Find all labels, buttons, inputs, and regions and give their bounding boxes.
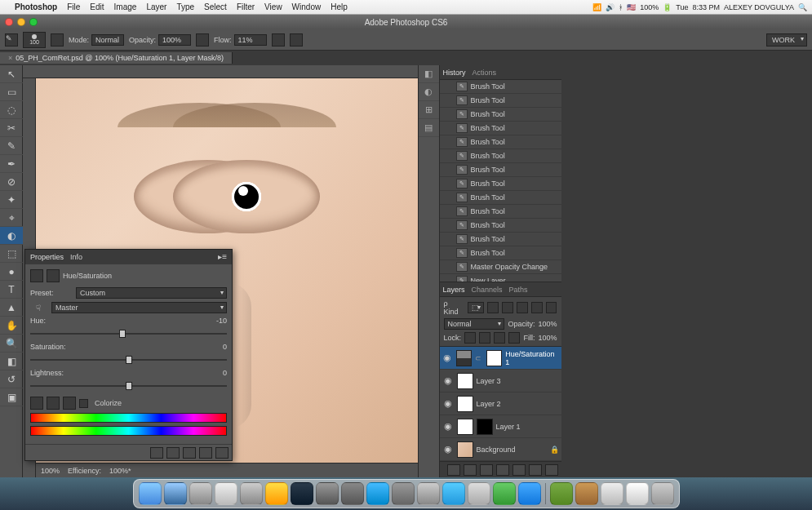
- history-checkbox-icon[interactable]: [443, 276, 453, 282]
- filter-shape-icon[interactable]: [531, 302, 543, 313]
- eyedropper-icon[interactable]: [30, 397, 43, 410]
- history-checkbox-icon[interactable]: [443, 82, 453, 91]
- layers-list[interactable]: ◉⊂Hue/Saturation 1◉Layer 3◉Layer 2◉Layer…: [440, 347, 561, 461]
- new-layer-icon[interactable]: [529, 464, 542, 476]
- lock-all-icon[interactable]: [508, 332, 520, 344]
- dock-photoshop[interactable]: [291, 482, 313, 505]
- window-zoom-button[interactable]: [29, 18, 38, 26]
- layer-fx-icon[interactable]: [464, 464, 477, 476]
- dock-app[interactable]: [601, 482, 623, 505]
- workspace-switcher[interactable]: WORK: [766, 33, 807, 47]
- filter-pixel-icon[interactable]: [487, 302, 499, 313]
- view-previous-state-icon[interactable]: [166, 447, 180, 459]
- layer-thumbnail[interactable]: [457, 419, 473, 435]
- brush-tool-icon[interactable]: ✎: [5, 33, 18, 47]
- preset-dropdown[interactable]: Custom: [76, 287, 227, 299]
- menu-file[interactable]: File: [62, 2, 85, 11]
- history-checkbox-icon[interactable]: [443, 179, 453, 188]
- history-checkbox-icon[interactable]: [443, 137, 453, 147]
- menubar-flag-icon[interactable]: 🇺🇸: [627, 3, 636, 11]
- menu-edit[interactable]: Edit: [85, 2, 109, 11]
- history-item[interactable]: ✎Brush Tool: [440, 233, 561, 246]
- dock-app[interactable]: [518, 482, 541, 505]
- tablet-pressure-size-icon[interactable]: [290, 33, 303, 47]
- new-group-icon[interactable]: [512, 464, 526, 476]
- lightness-slider[interactable]: [30, 382, 227, 390]
- tool-button[interactable]: ◐: [0, 227, 23, 245]
- history-item[interactable]: ✎Brush Tool: [440, 191, 561, 205]
- history-item[interactable]: ✎Brush Tool: [440, 94, 561, 108]
- window-close-button[interactable]: [5, 18, 13, 26]
- fill-value[interactable]: 100%: [538, 334, 557, 342]
- link-layers-icon[interactable]: [447, 464, 460, 476]
- layer-mask-thumbnail[interactable]: [486, 350, 502, 366]
- layer-thumbnail[interactable]: [457, 396, 473, 412]
- tool-button[interactable]: ▲: [0, 299, 23, 317]
- clip-to-layer-icon[interactable]: [150, 447, 163, 459]
- dock-evernote[interactable]: [493, 482, 516, 505]
- filter-adj-icon[interactable]: [502, 302, 513, 313]
- blend-mode-dropdown[interactable]: Normal: [444, 318, 505, 330]
- tab-layers[interactable]: Layers: [443, 286, 465, 294]
- dock-itunes[interactable]: [366, 482, 389, 505]
- history-checkbox-icon[interactable]: [443, 206, 453, 216]
- dock-app[interactable]: [468, 482, 490, 505]
- colorize-checkbox[interactable]: [79, 399, 88, 408]
- brush-panel-toggle-icon[interactable]: [51, 33, 64, 47]
- layer-row[interactable]: ◉Background🔒: [440, 438, 561, 461]
- saturation-slider[interactable]: [30, 356, 227, 364]
- layer-thumbnail[interactable]: [477, 419, 493, 435]
- layer-thumbnail[interactable]: [457, 441, 473, 458]
- menubar-battery[interactable]: 100%: [640, 3, 659, 11]
- menu-view[interactable]: View: [260, 2, 287, 11]
- panel-icon[interactable]: ◐: [419, 83, 439, 101]
- target-adjust-icon[interactable]: ☟: [30, 304, 47, 313]
- tool-button[interactable]: T: [0, 281, 23, 299]
- reset-icon[interactable]: [183, 447, 196, 459]
- history-item[interactable]: ✎Brush Tool: [440, 177, 561, 191]
- dock-word[interactable]: [442, 482, 465, 505]
- layer-name[interactable]: Layer 3: [477, 377, 501, 385]
- hue-value[interactable]: -10: [216, 317, 227, 325]
- properties-panel[interactable]: Properties Info ▸≡ Hue/Saturation Preset…: [24, 249, 233, 461]
- tool-button[interactable]: ↺: [0, 370, 23, 388]
- history-item[interactable]: ✎Brush Tool: [440, 149, 561, 163]
- layer-name[interactable]: Layer 1: [496, 423, 521, 431]
- menu-type[interactable]: Type: [171, 2, 199, 11]
- history-checkbox-icon[interactable]: [443, 262, 453, 272]
- toggle-visibility-icon[interactable]: [199, 447, 212, 459]
- ruler-horizontal[interactable]: [23, 65, 418, 78]
- link-mask-icon[interactable]: ⊂: [475, 354, 483, 362]
- adjustment-icon[interactable]: [30, 269, 43, 282]
- menu-window[interactable]: Window: [287, 2, 326, 11]
- lock-transparency-icon[interactable]: [464, 332, 476, 344]
- dock-app[interactable]: [189, 482, 212, 505]
- tab-channels[interactable]: Channels: [472, 286, 503, 294]
- menu-filter[interactable]: Filter: [232, 2, 260, 11]
- menubar-bluetooth-icon[interactable]: ᚼ: [619, 3, 623, 11]
- layer-name[interactable]: Layer 2: [477, 400, 501, 408]
- menubar-wifi-icon[interactable]: 📶: [592, 3, 601, 11]
- history-checkbox-icon[interactable]: [443, 165, 453, 175]
- window-minimize-button[interactable]: [17, 18, 25, 26]
- layer-row[interactable]: ◉Layer 3: [440, 370, 561, 392]
- layer-row[interactable]: ◉Layer 1: [440, 415, 561, 438]
- tool-button[interactable]: ◌: [0, 101, 23, 119]
- brush-preset-picker[interactable]: 100: [23, 32, 46, 48]
- efficiency-value[interactable]: 100%*: [109, 467, 131, 475]
- tool-button[interactable]: ✒: [0, 155, 23, 173]
- dock-app[interactable]: [240, 482, 263, 505]
- layer-visibility-icon[interactable]: ◉: [442, 353, 454, 363]
- dock-trash[interactable]: [651, 482, 674, 505]
- history-checkbox-icon[interactable]: [443, 95, 453, 105]
- tool-button[interactable]: ✦: [0, 191, 23, 209]
- history-item[interactable]: ✎Brush Tool: [440, 205, 561, 219]
- layer-visibility-icon[interactable]: ◉: [442, 444, 454, 455]
- dock-app[interactable]: [316, 482, 339, 505]
- layer-name[interactable]: Hue/Saturation 1: [505, 350, 558, 366]
- flow-field[interactable]: 11%: [234, 34, 267, 46]
- history-item[interactable]: ✎Brush Tool: [440, 122, 561, 135]
- layer-thumbnail[interactable]: [457, 373, 473, 389]
- tab-info[interactable]: Info: [70, 253, 82, 261]
- opacity-field[interactable]: 100%: [158, 34, 191, 46]
